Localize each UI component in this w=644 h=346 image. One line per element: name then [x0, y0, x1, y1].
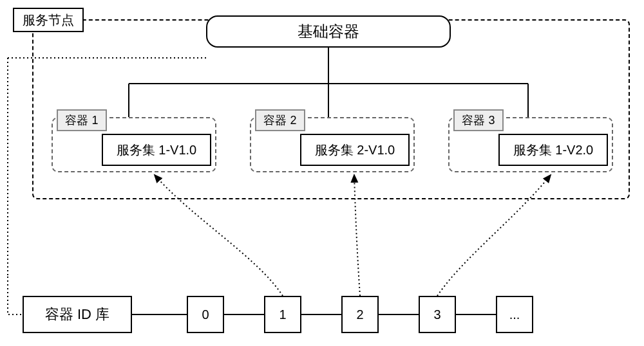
container-3-label: 容器 3 [453, 109, 504, 131]
service-node-label: 服务节点 [13, 8, 84, 32]
service-set-2-box: 服务集 2-V1.0 [300, 134, 410, 166]
service-set-3-box: 服务集 1-V2.0 [498, 134, 608, 166]
service-set-1-box: 服务集 1-V1.0 [102, 134, 211, 166]
container-1-label: 容器 1 [57, 109, 107, 131]
container-2-label: 容器 2 [255, 109, 305, 131]
id-cell-ellipsis: ... [496, 296, 533, 333]
id-cell-0: 0 [187, 296, 224, 333]
id-cell-3: 3 [419, 296, 456, 333]
id-cell-2: 2 [341, 296, 379, 333]
base-container-box: 基础容器 [206, 15, 451, 48]
container-id-library: 容器 ID 库 [23, 296, 132, 333]
id-cell-1: 1 [264, 296, 301, 333]
